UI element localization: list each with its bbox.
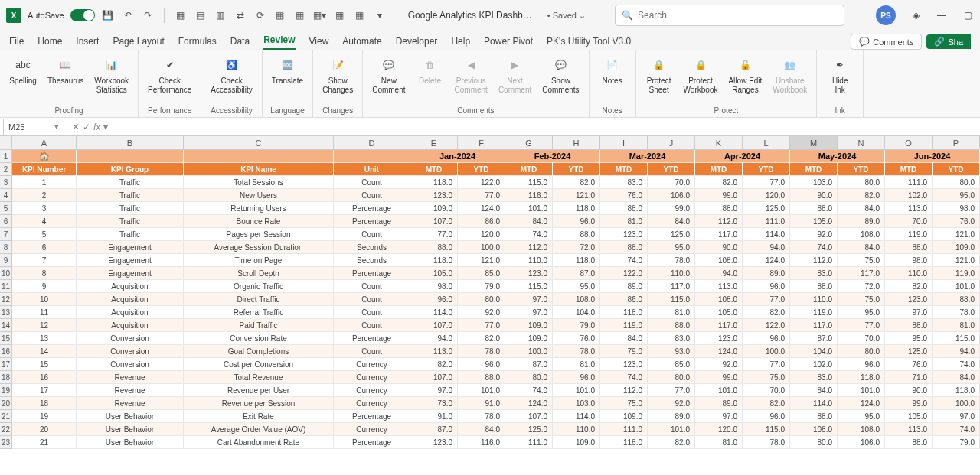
kpi-group[interactable]: User Behavior [77, 436, 184, 449]
ribbon-btn-new-comment[interactable]: 💬NewComment [368, 54, 410, 96]
kpi-value[interactable]: 94.0 [933, 345, 980, 358]
qat-icon-2[interactable]: ▤ [194, 8, 207, 22]
row-header-18[interactable]: 18 [0, 371, 12, 384]
kpi-value[interactable]: 88.0 [695, 202, 743, 215]
kpi-number[interactable]: 17 [12, 384, 77, 397]
kpi-value[interactable]: 123.0 [600, 228, 648, 241]
kpi-number[interactable]: 19 [12, 410, 77, 423]
ribbon-btn-thesaurus[interactable]: 📖Thesaurus [43, 54, 88, 87]
kpi-unit[interactable]: Count [334, 319, 410, 332]
column-header-L[interactable]: L [743, 136, 790, 149]
kpi-value[interactable]: 108.0 [790, 423, 838, 436]
kpi-value[interactable]: 108.0 [695, 293, 743, 306]
kpi-value[interactable]: 76.0 [885, 358, 933, 371]
kpi-value[interactable]: 78.0 [648, 254, 695, 267]
qat-icon-8[interactable]: ▦▾ [313, 8, 327, 22]
kpi-number[interactable]: 2 [12, 189, 77, 202]
ribbon-btn-workbook-statistics[interactable]: 📊WorkbookStatistics [90, 54, 133, 96]
kpi-value[interactable]: 87.0 [410, 423, 458, 436]
blank-cell[interactable] [184, 150, 334, 163]
kpi-name[interactable]: Time on Page [184, 254, 334, 267]
column-header-A[interactable]: A [12, 136, 77, 149]
kpi-value[interactable]: 101.0 [933, 280, 980, 293]
kpi-value[interactable]: 87.0 [553, 267, 600, 280]
kpi-value[interactable]: 88.0 [600, 202, 648, 215]
kpi-value[interactable]: 95.0 [933, 189, 980, 202]
column-header-K[interactable]: K [695, 136, 743, 149]
kpi-value[interactable]: 119.0 [933, 267, 980, 280]
kpi-value[interactable]: 113.0 [410, 345, 458, 358]
header-ytd[interactable]: YTD [838, 163, 885, 176]
kpi-number[interactable]: 20 [12, 423, 77, 436]
kpi-value[interactable]: 74.0 [505, 228, 553, 241]
row-header-15[interactable]: 15 [0, 332, 12, 345]
kpi-value[interactable]: 87.0 [790, 332, 838, 345]
kpi-group[interactable]: Traffic [77, 176, 184, 189]
column-header-C[interactable]: C [184, 136, 334, 149]
kpi-value[interactable]: 122.0 [600, 267, 648, 280]
column-header-B[interactable]: B [77, 136, 184, 149]
kpi-value[interactable]: 101.0 [458, 384, 505, 397]
kpi-value[interactable]: 110.0 [790, 293, 838, 306]
kpi-name[interactable]: Total Sessions [184, 176, 334, 189]
data-area[interactable]: 🏠Jan-2024Feb-2024Mar-2024Apr-2024May-202… [12, 150, 980, 449]
column-header-H[interactable]: H [553, 136, 600, 149]
ribbon-btn-show-comments[interactable]: 💬ShowComments [537, 54, 583, 96]
month-header[interactable]: Jan-2024 [410, 150, 505, 163]
kpi-value[interactable]: 74.0 [933, 358, 980, 371]
kpi-value[interactable]: 116.0 [458, 436, 505, 449]
kpi-group[interactable]: Acquisition [77, 306, 184, 319]
kpi-value[interactable]: 107.0 [505, 410, 553, 423]
kpi-value[interactable]: 75.0 [743, 371, 790, 384]
kpi-group[interactable]: Conversion [77, 332, 184, 345]
kpi-unit[interactable]: Count [334, 293, 410, 306]
kpi-group[interactable]: Acquisition [77, 319, 184, 332]
kpi-value[interactable]: 83.0 [600, 176, 648, 189]
row-header-16[interactable]: 16 [0, 345, 12, 358]
kpi-value[interactable]: 76.0 [553, 332, 600, 345]
kpi-value[interactable]: 97.0 [885, 306, 933, 319]
kpi-value[interactable]: 124.0 [838, 397, 885, 410]
kpi-value[interactable]: 114.0 [743, 228, 790, 241]
qat-dropdown-icon[interactable]: ▾ [373, 8, 387, 22]
header-ytd[interactable]: YTD [553, 163, 600, 176]
kpi-value[interactable]: 88.0 [790, 202, 838, 215]
kpi-value[interactable]: 82.0 [885, 280, 933, 293]
kpi-value[interactable]: 88.0 [790, 280, 838, 293]
kpi-value[interactable]: 124.0 [695, 345, 743, 358]
kpi-value[interactable]: 101.0 [695, 384, 743, 397]
row-header-23[interactable]: 23 [0, 436, 12, 449]
month-header[interactable]: Jun-2024 [885, 150, 980, 163]
kpi-value[interactable]: 119.0 [885, 228, 933, 241]
kpi-value[interactable]: 119.0 [790, 306, 838, 319]
column-header-I[interactable]: I [600, 136, 648, 149]
row-header-2[interactable]: 2 [0, 163, 12, 176]
kpi-unit[interactable]: Count [334, 176, 410, 189]
kpi-value[interactable]: 124.0 [458, 202, 505, 215]
kpi-value[interactable]: 95.0 [648, 241, 695, 254]
kpi-value[interactable]: 101.0 [648, 423, 695, 436]
kpi-value[interactable]: 92.0 [458, 306, 505, 319]
kpi-value[interactable]: 107.0 [410, 215, 458, 228]
kpi-value[interactable]: 84.0 [600, 332, 648, 345]
kpi-value[interactable]: 80.0 [458, 293, 505, 306]
header-mtd[interactable]: MTD [600, 163, 648, 176]
kpi-value[interactable]: 107.0 [410, 319, 458, 332]
kpi-value[interactable]: 95.0 [838, 306, 885, 319]
ribbon-btn-check-accessibility[interactable]: ♿CheckAccessibility [206, 54, 256, 96]
kpi-value[interactable]: 83.0 [790, 371, 838, 384]
kpi-value[interactable]: 79.0 [458, 280, 505, 293]
kpi-value[interactable]: 110.0 [505, 254, 553, 267]
kpi-value[interactable]: 92.0 [648, 397, 695, 410]
kpi-value[interactable]: 70.0 [838, 332, 885, 345]
kpi-name[interactable]: Cart Abandonment Rate [184, 436, 334, 449]
kpi-value[interactable]: 96.0 [743, 280, 790, 293]
kpi-value[interactable]: 91.0 [458, 397, 505, 410]
search-box[interactable]: 🔍 [615, 5, 844, 26]
kpi-value[interactable]: 94.0 [410, 332, 458, 345]
kpi-name[interactable]: Total Revenue [184, 371, 334, 384]
kpi-name[interactable]: Scroll Depth [184, 267, 334, 280]
qat-icon-5[interactable]: ⟳ [253, 8, 267, 22]
kpi-value[interactable]: 80.0 [838, 176, 885, 189]
kpi-value[interactable]: 105.0 [790, 215, 838, 228]
